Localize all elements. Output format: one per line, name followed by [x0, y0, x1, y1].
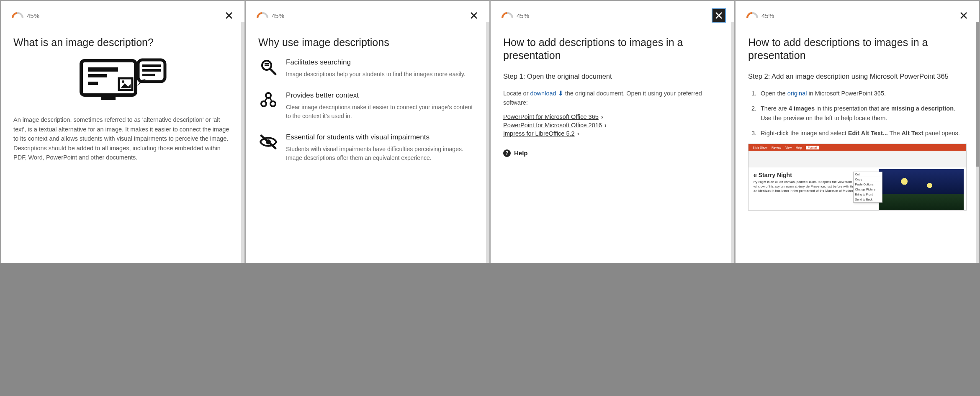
- chevron-right-icon: ›: [604, 122, 607, 129]
- instruction-list: Open the original in Microsoft PowerPoin…: [748, 89, 967, 138]
- svg-point-5: [122, 80, 124, 83]
- menu-item: Bring to Front: [854, 192, 882, 197]
- score-gauge: 45%: [502, 12, 529, 19]
- panel-title: Why use image descriptions: [258, 36, 477, 49]
- close-button[interactable]: [467, 8, 481, 23]
- download-icon[interactable]: ⬇: [558, 90, 563, 97]
- svg-rect-2: [88, 74, 107, 77]
- ribbon-tabs: Slide Show Review View Help Format: [749, 144, 966, 151]
- panel-header: 45%: [246, 1, 489, 26]
- software-item[interactable]: PowerPoint for Microsoft Office 2016›: [503, 122, 722, 129]
- panel-title: How to add descriptions to images in a p…: [503, 36, 722, 62]
- svg-rect-10: [142, 74, 155, 76]
- help-link[interactable]: Help: [514, 149, 528, 157]
- close-button[interactable]: [712, 8, 726, 23]
- instruction-item: Right-click the image and select Edit Al…: [758, 129, 967, 138]
- svg-point-15: [266, 93, 271, 98]
- menu-item: Cut: [854, 172, 882, 177]
- tab: Slide Show: [753, 146, 767, 149]
- panel-body: How to add descriptions to images in a p…: [736, 26, 979, 263]
- image-with-speech-icon: [79, 58, 167, 104]
- panel-body: Why use image descriptions Facilitates s…: [246, 26, 489, 263]
- bold-text: 4 images: [789, 105, 815, 112]
- scrollbar-track[interactable]: [241, 22, 244, 263]
- help-icon: ?: [503, 149, 511, 157]
- panel-title: How to add descriptions to images in a p…: [748, 36, 967, 62]
- software-link[interactable]: PowerPoint for Microsoft Office 365: [503, 113, 599, 120]
- gauge-percent: 45%: [517, 12, 529, 19]
- close-button[interactable]: [222, 8, 236, 23]
- powerpoint-screenshot: Slide Show Review View Help Format e Sta…: [748, 144, 967, 211]
- help-row: ? Help: [503, 149, 722, 157]
- software-link[interactable]: PowerPoint for Microsoft Office 2016: [503, 122, 602, 129]
- text: Locate or: [503, 90, 530, 97]
- panel-title: What is an image description?: [13, 36, 232, 49]
- software-link[interactable]: Impress for LibreOffice 5.2: [503, 130, 575, 137]
- score-gauge: 45%: [12, 12, 39, 19]
- slide-image: [879, 169, 964, 210]
- svg-rect-1: [88, 67, 118, 72]
- menu-item: Send to Back: [854, 197, 882, 202]
- step-label: Step 1: Open the original document: [503, 72, 722, 81]
- instruction-item: There are 4 images in this presentation …: [758, 104, 967, 123]
- feature-heading: Essential for students with visual impai…: [286, 133, 477, 141]
- gauge-percent: 45%: [761, 12, 774, 19]
- menu-item: Change Picture: [854, 187, 882, 192]
- panel-how-to-step2: 45% How to add descriptions to images in…: [735, 0, 980, 263]
- feature-text: Clear image descriptions make it easier …: [286, 103, 477, 121]
- text: panel opens.: [923, 130, 960, 136]
- scrollbar-track[interactable]: [976, 22, 979, 263]
- tab: Help: [796, 146, 802, 149]
- svg-rect-9: [142, 69, 161, 72]
- magnifier-icon: [258, 58, 278, 79]
- bold-text: Alt Text: [902, 130, 923, 136]
- panel-body: What is an image description?: [1, 26, 244, 263]
- gauge-icon: [746, 12, 758, 19]
- feature-visual-impairment: Essential for students with visual impai…: [258, 133, 477, 162]
- svg-rect-3: [88, 82, 98, 85]
- panel-how-to-step1: 45% How to add descriptions to images in…: [490, 0, 735, 263]
- step-sentence: Locate or download ⬇ the original docume…: [503, 89, 722, 108]
- feature-searching: Facilitates searching Image descriptions…: [258, 58, 477, 79]
- step-label: Step 2: Add an image description using M…: [748, 72, 967, 81]
- tab: Format: [806, 146, 818, 149]
- panel-description: An image description, sometimes referred…: [13, 115, 232, 162]
- eye-off-icon: [258, 133, 278, 162]
- chevron-right-icon: ›: [601, 113, 603, 120]
- gauge-icon: [12, 12, 23, 19]
- close-button[interactable]: [957, 8, 971, 23]
- hero-illustration: [13, 58, 232, 104]
- scrollbar-track[interactable]: [486, 22, 489, 263]
- panel-why-use: 45% Why use image descriptions Facilitat…: [245, 0, 490, 263]
- gauge-percent: 45%: [27, 12, 39, 19]
- menu-item: Copy: [854, 177, 882, 182]
- panel-body: How to add descriptions to images in a p…: [491, 26, 734, 263]
- chevron-right-icon: ›: [577, 130, 579, 137]
- score-gauge: 45%: [257, 12, 284, 19]
- software-item[interactable]: PowerPoint for Microsoft Office 365›: [503, 113, 722, 120]
- close-icon: [225, 11, 233, 20]
- bold-text: Edit Alt Text...: [848, 130, 888, 136]
- svg-point-17: [270, 101, 275, 106]
- panel-header: 45%: [491, 1, 734, 26]
- feature-heading: Facilitates searching: [286, 58, 466, 67]
- svg-rect-8: [142, 64, 161, 67]
- software-item[interactable]: Impress for LibreOffice 5.2›: [503, 130, 722, 137]
- text: in this presentation that are: [815, 105, 891, 112]
- instruction-item: Open the original in Microsoft PowerPoin…: [758, 89, 967, 98]
- svg-line-14: [270, 69, 275, 74]
- text: Right-click the image and select: [761, 130, 848, 136]
- feature-context: Provides better context Clear image desc…: [258, 91, 477, 121]
- svg-rect-6: [101, 97, 116, 100]
- close-icon: [959, 11, 968, 20]
- text: There are: [761, 105, 789, 112]
- cluster-icon: [258, 91, 278, 121]
- scrollbar-track[interactable]: [731, 22, 734, 263]
- tab: View: [785, 146, 792, 149]
- text: The: [888, 130, 902, 136]
- context-menu: Cut Copy Paste Options: Change Picture B…: [853, 172, 882, 203]
- close-icon: [715, 11, 723, 20]
- original-link[interactable]: original: [787, 90, 807, 97]
- download-link[interactable]: download: [530, 90, 556, 97]
- feature-text: Image descriptions help your students to…: [286, 70, 466, 79]
